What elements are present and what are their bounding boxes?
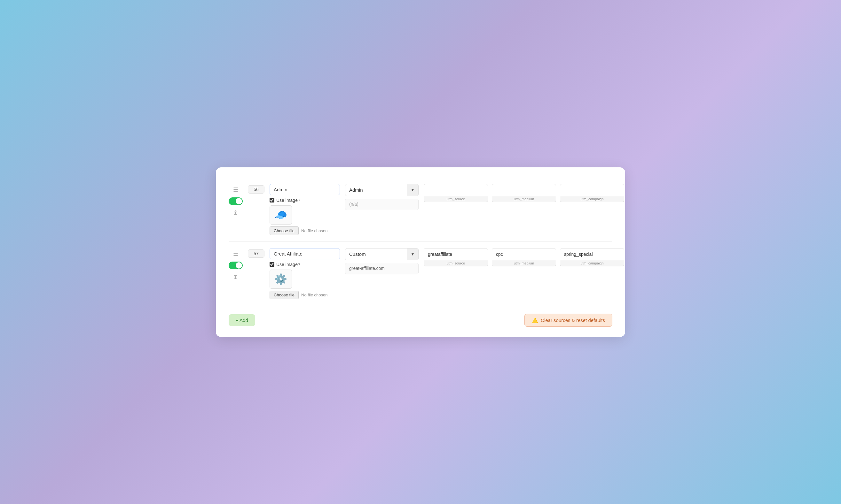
source-select-2[interactable]: Admin Custom [345,251,407,257]
row-1-controls: ☰ 🗑 [229,184,243,217]
utm-source-field-1: utm_source [424,184,488,202]
use-image-checkbox-1[interactable] [270,198,274,202]
image-area-1: 🧢 [270,205,292,224]
delete-btn-1[interactable]: 🗑 [231,208,240,217]
row-2-content: Use image? ⚙️ Choose file No file chosen… [270,248,624,299]
affiliate-row-2: ☰ 🗑 57 Use image? ⚙️ Choose file No fil [229,242,612,306]
utm-medium-label-2: utm_medium [492,260,556,266]
row-1-content: Use image? 🧢 Choose file No file chosen … [270,184,624,235]
utm-campaign-input-1[interactable] [560,184,624,196]
source-section-2: Admin Custom ▼ great-affiliate.com [345,248,418,274]
utm-source-label-1: utm_source [424,196,488,202]
main-panel: ☰ 🗑 56 Use image? 🧢 Choose file No fil [216,167,625,337]
utm-section-2: utm_source utm_medium utm_campaign [424,248,624,266]
utm-campaign-input-2[interactable] [560,248,624,260]
image-icon-2: ⚙️ [274,273,287,285]
choose-file-btn-2[interactable]: Choose file [270,291,299,299]
name-image-section-2: Use image? ⚙️ Choose file No file chosen [270,248,340,299]
image-file-col-1: 🧢 Choose file No file chosen [270,205,340,235]
source-section-1: Admin Custom ▼ (n/a) [345,184,418,210]
id-badge-1: 56 [248,185,264,194]
use-image-row-1: Use image? [270,198,340,203]
utm-medium-input-1[interactable] [492,184,556,196]
add-button[interactable]: + Add [229,314,255,326]
image-file-col-2: ⚙️ Choose file No file chosen [270,270,340,299]
id-badge-2: 57 [248,249,264,258]
source-dropdown-2[interactable]: Admin Custom ▼ [345,248,418,260]
image-icon-1: 🧢 [274,209,287,221]
source-dropdown-1[interactable]: Admin Custom ▼ [345,184,418,196]
use-image-label-2: Use image? [276,262,300,267]
use-image-row-2: Use image? [270,262,340,267]
toggle-2[interactable] [229,262,243,269]
utm-medium-label-1: utm_medium [492,196,556,202]
no-file-text-1: No file chosen [301,228,327,233]
name-image-section-1: Use image? 🧢 Choose file No file chosen [270,184,340,235]
name-input-1[interactable] [270,184,340,195]
dropdown-arrow-1[interactable]: ▼ [407,184,418,196]
dropdown-arrow-2[interactable]: ▼ [407,249,418,260]
clear-button-label: Clear sources & reset defaults [541,318,605,323]
utm-medium-field-2: utm_medium [492,248,556,266]
utm-section-1: utm_source utm_medium utm_campaign [424,184,624,202]
use-image-label-1: Use image? [276,198,300,203]
drag-handle-1[interactable]: ☰ [231,185,240,194]
footer-bar: + Add ⚠️ Clear sources & reset defaults [229,314,612,327]
file-input-row-1: Choose file No file chosen [270,227,327,235]
utm-campaign-label-1: utm_campaign [560,196,624,202]
delete-btn-2[interactable]: 🗑 [231,272,240,282]
utm-source-field-2: utm_source [424,248,488,266]
affiliate-row-1: ☰ 🗑 56 Use image? 🧢 Choose file No fil [229,178,612,242]
utm-campaign-label-2: utm_campaign [560,260,624,266]
utm-source-label-2: utm_source [424,260,488,266]
source-url-2: great-affiliate.com [345,263,418,274]
name-input-2[interactable] [270,248,340,259]
choose-file-btn-1[interactable]: Choose file [270,227,299,235]
utm-medium-field-1: utm_medium [492,184,556,202]
use-image-checkbox-2[interactable] [270,262,274,267]
utm-source-input-2[interactable] [424,248,488,260]
file-input-row-2: Choose file No file chosen [270,291,327,299]
utm-campaign-field-1: utm_campaign [560,184,624,202]
image-area-2: ⚙️ [270,270,292,289]
utm-source-input-1[interactable] [424,184,488,196]
drag-handle-2[interactable]: ☰ [231,249,240,258]
source-url-1: (n/a) [345,199,418,210]
warning-icon: ⚠️ [532,317,538,323]
row-2-controls: ☰ 🗑 [229,248,243,282]
clear-button[interactable]: ⚠️ Clear sources & reset defaults [525,314,612,327]
toggle-1[interactable] [229,197,243,205]
no-file-text-2: No file chosen [301,292,327,298]
utm-campaign-field-2: utm_campaign [560,248,624,266]
source-select-1[interactable]: Admin Custom [345,187,407,193]
utm-medium-input-2[interactable] [492,248,556,260]
